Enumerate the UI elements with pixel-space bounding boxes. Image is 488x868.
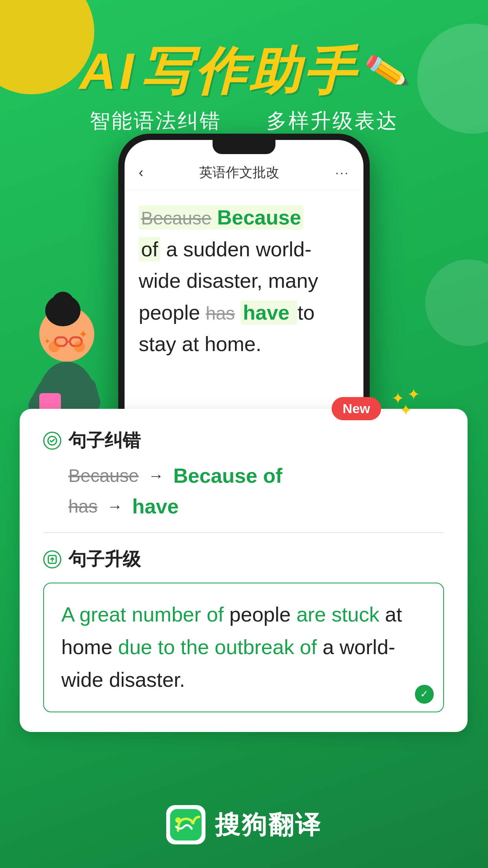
upgrade-section-title: 句子升级 [68,547,141,572]
essay-strike-because: Because [141,208,211,228]
essay-highlight-3: have [240,300,297,325]
svg-point-8 [74,341,85,352]
phone-mockup: ‹ 英语作文批改 ··· Because Because of a sudden… [118,134,370,440]
strike-because: Because [68,465,139,486]
svg-text:✦: ✦ [44,337,51,346]
subtitle: 智能语法纠错 多样升级表达 [0,107,488,135]
page-background: AI 写作助手 ✏️ 智能语法纠错 多样升级表达 ‹ 英语作文批改 ··· [0,0,488,868]
corrected-have: have [132,495,179,518]
header: AI 写作助手 ✏️ 智能语法纠错 多样升级表达 [0,0,488,135]
correction-row-1: Because → Because of [43,464,444,487]
upgrade-icon [43,550,61,568]
correction-row-2: has → have [43,495,444,518]
upgrade-text-green1: A great number of [61,603,229,626]
essay-highlight-2: of [139,237,160,261]
new-badge: New [332,397,381,420]
upgrade-section-header: 句子升级 [43,547,444,572]
phone-screen: ‹ 英语作文批改 ··· Because Because of a sudden… [125,140,363,434]
essay-correct-because: Because [217,206,301,229]
essay-text: Because Because of a sudden world- wide … [139,202,349,360]
check-icon: ✓ [415,685,434,704]
correction-icon [43,432,61,450]
footer: 搜狗翻译 [166,805,322,844]
sparkle-icon-3: ✦ [407,385,420,403]
app-name: 搜狗翻译 [215,808,322,842]
phone-notch [213,140,275,154]
svg-point-3 [52,292,74,314]
upgrade-text-green2: are stuck [296,603,385,626]
svg-point-24 [175,817,181,823]
essay-correct-have: have [243,301,290,324]
essay-strike-has: has [206,303,235,324]
arrow-1: → [148,467,164,485]
arrow-2: → [107,498,123,515]
upgrade-text: A great number of people are stuck at ho… [61,598,426,697]
correction-section-header: 句子纠错 [43,428,444,453]
upgrade-text-green3: due to the outbreak of [118,636,323,658]
phone-outer: ‹ 英语作文批改 ··· Because Because of a sudden… [118,134,370,440]
upgrade-text-black1: people [229,603,297,626]
subtitle-left: 智能语法纠错 [90,109,222,132]
pencil-icon: ✏️ [356,45,414,97]
deco-circle-white-mid [425,259,488,346]
correction-card: New ✦ ✦ ✦ 句子纠错 Because → Because of has … [20,409,468,732]
svg-text:✦: ✦ [79,328,88,340]
correction-section-title: 句子纠错 [68,428,141,453]
app-logo [166,805,205,844]
title-ai: AI [79,43,137,99]
nav-title: 英语作文批改 [199,164,279,182]
strike-has: has [68,496,97,517]
sparkle-icon-2: ✦ [399,401,413,419]
card-divider [43,532,444,533]
upgrade-box: A great number of people are stuck at ho… [43,583,444,712]
nav-more-icon: ··· [335,166,349,180]
main-title: AI 写作助手 ✏️ [0,43,488,99]
nav-back: ‹ [139,164,143,181]
essay-highlight-1: Because Because [139,205,303,230]
phone-content: Because Because of a sudden world- wide … [125,190,363,434]
corrected-because-of: Because of [173,464,282,487]
title-cn: 写作助手 [141,43,358,99]
subtitle-right: 多样升级表达 [266,109,398,132]
